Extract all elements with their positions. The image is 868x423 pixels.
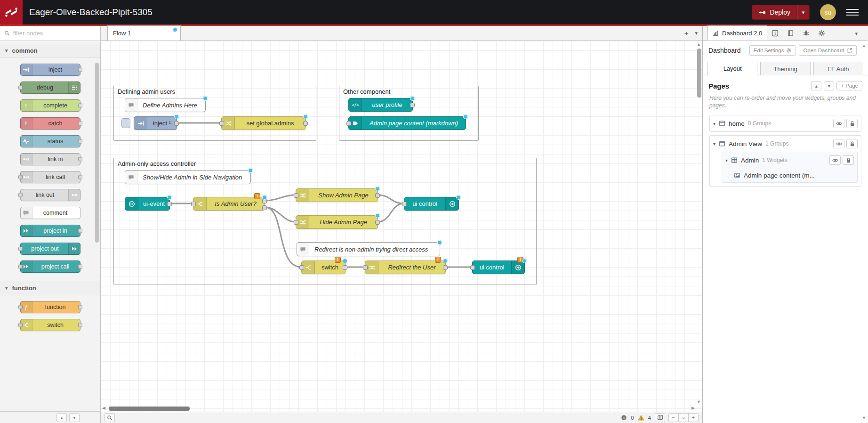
palette-node-debug[interactable]: debug [20,81,80,94]
ui-template-node-user-profile[interactable]: user profile [348,98,413,112]
output-port[interactable] [303,121,308,126]
sidebar-scroll-up[interactable]: ▲ [862,44,866,48]
open-dashboard-button[interactable]: Open Dashboard [799,45,857,56]
tab-ff-auth[interactable]: FF Auth [813,62,863,75]
input-port[interactable] [299,265,304,270]
palette-node-project-call[interactable]: project call [20,260,80,273]
visibility-button[interactable] [833,139,844,148]
add-page-button[interactable]: + Page [836,81,862,90]
switch-node[interactable]: switch ! [301,260,346,274]
input-port[interactable] [470,265,475,270]
zoom-in-button[interactable]: + [688,413,699,422]
add-flow-button[interactable]: + [684,29,689,37]
lock-button[interactable] [846,139,858,148]
tab-theming[interactable]: Theming [760,62,810,75]
ui-event-node[interactable]: ui-event [125,197,170,211]
canvas-vscroll-thumb[interactable] [697,49,701,98]
comment-node-redirect[interactable]: Redirect is non-admin trying direct acce… [297,242,440,256]
chevron-down-icon[interactable]: ▾ [725,158,728,163]
output-port[interactable] [167,202,172,206]
palette-node-project-in[interactable]: project in [20,225,80,237]
palette-search-input[interactable] [13,30,96,37]
page-item-admin-view[interactable]: ▾ Admin View 1 Groups ▾ [709,135,861,187]
palette-node-function[interactable]: function [20,301,80,313]
palette-node-project-out[interactable]: project out [20,243,80,255]
canvas-hscroll-thumb[interactable] [109,407,190,411]
flow-canvas[interactable]: Defining admin users Other component Adm… [101,41,702,412]
output-port[interactable] [174,121,179,126]
visibility-button[interactable] [829,155,841,165]
palette-collapse-all-button[interactable]: ▴ [56,413,67,422]
chevron-down-icon[interactable]: ▾ [713,121,715,126]
lock-button[interactable] [846,119,858,128]
chevron-down-icon[interactable]: ▾ [713,141,715,146]
palette-node-link-in[interactable]: link in [20,153,80,165]
change-node-redirect-the-user[interactable]: Redirect the User ! [365,260,446,274]
palette-expand-all-button[interactable]: ▾ [69,413,80,422]
tab-layout[interactable]: Layout [707,62,757,75]
zoom-reset-button[interactable]: ○ [678,413,689,422]
canvas-scroll-right[interactable]: ▶ [691,406,695,410]
flow-list-button[interactable]: ▾ [695,30,698,36]
output-port[interactable] [375,193,380,198]
palette-node-switch[interactable]: switch [20,319,80,331]
deploy-options-button[interactable]: ▾ [797,5,809,19]
move-page-down-button[interactable]: ▾ [824,81,834,90]
navigator-button[interactable] [655,413,665,422]
visibility-button[interactable] [833,119,844,128]
group-other-component[interactable]: Other component [339,86,479,141]
switch-node-is-admin-user[interactable]: Is Admin User? ! [193,197,265,211]
input-port[interactable] [346,121,351,126]
output-port[interactable] [410,103,415,107]
canvas-scroll-left[interactable]: ◀ [102,406,105,410]
sidebar-tab-config[interactable] [814,26,829,41]
lock-button[interactable] [843,155,854,165]
output-port-2[interactable] [262,205,267,210]
palette-node-inject[interactable]: inject [20,64,80,76]
output-port[interactable] [343,265,347,270]
ui-control-node-1[interactable]: ui control [404,197,459,211]
sidebar-tab-dashboard[interactable]: Dashboard 2.0 [707,25,767,41]
input-port[interactable] [402,202,407,206]
sidebar-tab-help[interactable] [783,26,798,41]
group-item-admin[interactable]: ▾ Admin 1 Widgets [722,152,858,183]
ui-markdown-node-admin-page-content[interactable]: Admin page content (markdown) [348,116,466,130]
flow-tab[interactable]: Flow 1 [107,25,181,41]
palette-node-link-out[interactable]: link out [20,189,80,201]
widget-item-admin-page-content[interactable]: Admin page content (m... [734,168,854,182]
input-port[interactable] [191,202,196,206]
comment-node-define-admins[interactable]: Define Admins Here [125,98,206,112]
sidebar-tab-info[interactable] [767,26,783,41]
user-menu-button[interactable]: su [820,4,836,20]
zoom-search-button[interactable] [104,413,115,422]
sidebar-more-tabs-button[interactable]: ▾ [855,31,858,37]
canvas-scroll-up[interactable]: ▲ [697,42,701,47]
palette-node-link-call[interactable]: link call [20,171,80,183]
move-page-up-button[interactable]: ▴ [811,81,821,90]
palette-node-status[interactable]: status [20,135,80,147]
input-port[interactable] [363,265,368,270]
comment-node-show-hide-admin[interactable]: Show/Hide Admin in Side Navigation [125,170,251,184]
palette-node-complete[interactable]: complete [20,99,80,112]
sidebar-scroll-down[interactable]: ▼ [862,416,866,420]
palette-category-common[interactable]: ▾ common [0,44,100,58]
page-item-home[interactable]: ▾ home 0 Groups [709,115,861,132]
main-menu-button[interactable] [846,7,859,17]
input-port[interactable] [294,220,298,225]
inject-node[interactable]: inject ¹ [134,116,177,130]
palette-node-catch[interactable]: catch [20,117,80,130]
input-port[interactable] [294,193,298,198]
change-node-hide-admin-page[interactable]: Hide Admin Page [296,215,378,229]
output-port[interactable] [443,265,448,270]
deploy-button[interactable]: Deploy [752,5,797,19]
change-node-show-admin-page[interactable]: Show Admin Page [296,188,378,202]
inject-trigger-button[interactable] [121,118,130,128]
zoom-out-button[interactable]: − [668,413,679,422]
palette-scrollbar-thumb[interactable] [95,63,99,243]
ui-control-node-2[interactable]: ui control ! [472,260,525,274]
edit-settings-button[interactable]: Edit Settings [749,45,796,56]
canvas-scroll-down[interactable]: ▼ [697,400,701,404]
sidebar-tab-debug[interactable] [798,26,814,41]
group-defining-admin-users[interactable]: Defining admin users [113,86,316,141]
change-node-set-global-admins[interactable]: set global.admins [221,116,306,130]
